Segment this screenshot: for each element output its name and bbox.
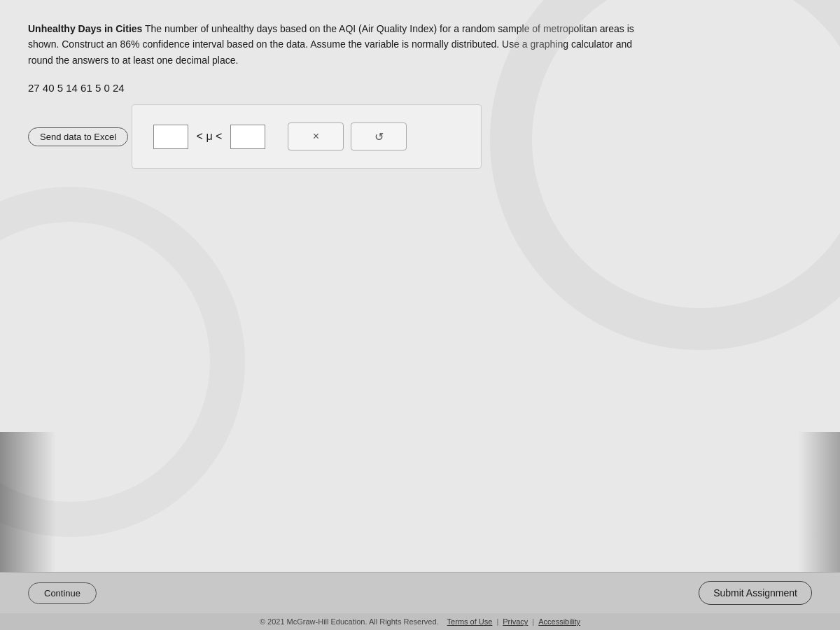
clear-button[interactable]: × [288, 122, 344, 150]
problem-text: Unhealthy Days in Cities The number of u… [28, 21, 658, 68]
copyright-text: © 2021 McGraw-Hill Education. All Rights… [260, 617, 439, 626]
separator-3: | [532, 617, 534, 626]
continue-button[interactable]: Continue [28, 582, 97, 604]
privacy-link[interactable]: Privacy [503, 617, 528, 626]
separator-2: | [496, 617, 498, 626]
corner-shadow-left [0, 432, 56, 572]
answer-box: < μ < × ↺ [132, 104, 482, 169]
main-screen: Unhealthy Days in Cities The number of u… [0, 0, 840, 630]
corner-shadow-right [798, 432, 840, 572]
submit-assignment-button[interactable]: Submit Assignment [699, 581, 812, 605]
lower-bound-input[interactable] [153, 125, 188, 149]
less-than-mu-less-than-label: < μ < [197, 130, 223, 143]
footer-bar: © 2021 McGraw-Hill Education. All Rights… [0, 613, 840, 630]
data-values: 27 40 5 14 61 5 0 24 [28, 82, 812, 94]
problem-title: Unhealthy Days in Cities [28, 23, 142, 34]
refresh-button[interactable]: ↺ [351, 122, 407, 150]
upper-bound-input[interactable] [230, 125, 265, 149]
action-buttons: × ↺ [288, 122, 407, 150]
terms-of-use-link[interactable]: Terms of Use [447, 617, 493, 626]
watermark-circle-2 [0, 187, 245, 537]
bottom-bar: Continue Submit Assignment [0, 572, 840, 613]
accessibility-link[interactable]: Accessibility [538, 617, 580, 626]
send-excel-button[interactable]: Send data to Excel [28, 127, 128, 146]
content-area: Unhealthy Days in Cities The number of u… [0, 0, 840, 572]
